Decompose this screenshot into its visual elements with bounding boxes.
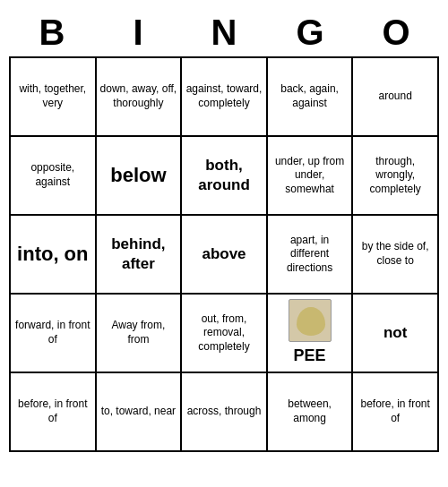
- pee-label: PEE: [294, 346, 326, 366]
- table-row: down, away, off, thoroughly: [97, 58, 183, 137]
- table-row: behind, after: [97, 216, 183, 295]
- table-row: forward, in front of: [11, 295, 97, 373]
- table-row: under, up from under, somewhat: [268, 137, 354, 216]
- table-row: before, in front of: [353, 373, 439, 452]
- header-n: N: [181, 9, 267, 56]
- header-g: G: [267, 9, 353, 56]
- table-row: not: [353, 295, 439, 373]
- table-row: through, wrongly, completely: [353, 137, 439, 216]
- table-row: to, toward, near: [97, 373, 183, 452]
- bingo-header: B I N G O: [9, 9, 439, 56]
- table-row: Away from, from: [97, 295, 183, 373]
- table-row: with, together, very: [11, 58, 97, 137]
- table-row: both, around: [182, 137, 268, 216]
- table-row: around: [353, 58, 439, 137]
- table-row: by the side of, close to: [353, 216, 439, 295]
- table-row: out, from, removal, completely: [182, 295, 268, 373]
- bingo-card: B I N G O with, together, verydown, away…: [9, 9, 439, 452]
- table-row: below: [97, 137, 183, 216]
- table-row: PEE: [268, 295, 354, 373]
- table-row: against, toward, completely: [182, 58, 268, 137]
- table-row: above: [182, 216, 268, 295]
- header-i: I: [95, 9, 181, 56]
- pee-image: [289, 299, 332, 342]
- table-row: into, on: [11, 216, 97, 295]
- table-row: before, in front of: [11, 373, 97, 452]
- table-row: back, again, against: [268, 58, 354, 137]
- bingo-grid: with, together, verydown, away, off, tho…: [9, 56, 439, 452]
- table-row: between, among: [268, 373, 354, 452]
- table-row: across, through: [182, 373, 268, 452]
- header-o: O: [353, 9, 439, 56]
- table-row: apart, in different directions: [268, 216, 354, 295]
- header-b: B: [9, 9, 95, 56]
- table-row: opposite, against: [11, 137, 97, 216]
